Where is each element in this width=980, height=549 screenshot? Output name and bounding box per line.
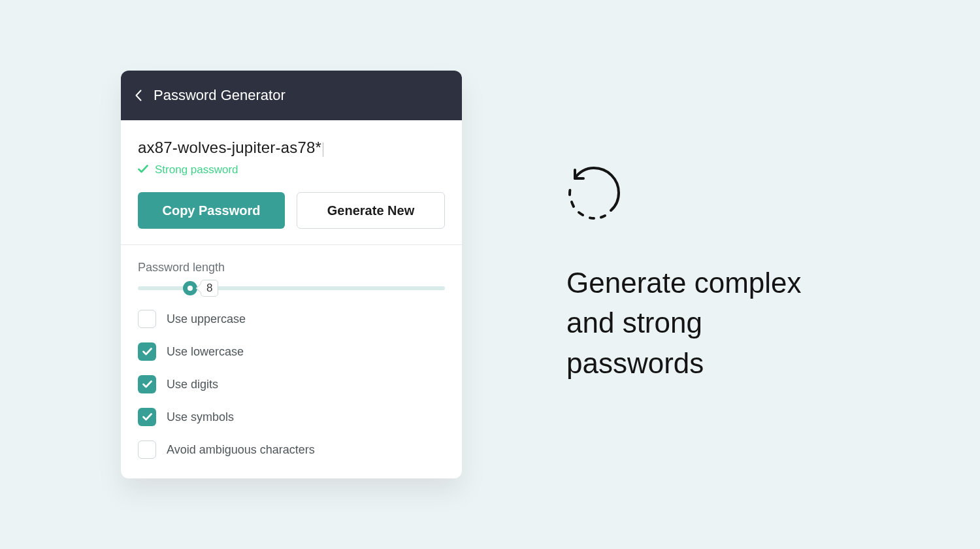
option-label: Use uppercase: [167, 312, 246, 326]
strength-indicator: Strong password: [138, 163, 445, 176]
refresh-icon: [566, 166, 815, 224]
option-label: Avoid ambiguous characters: [167, 443, 315, 457]
slider-thumb[interactable]: [183, 281, 197, 295]
strength-text: Strong password: [155, 163, 238, 176]
check-icon: [138, 164, 148, 176]
option-label: Use lowercase: [167, 345, 244, 359]
button-row: Copy Password Generate New: [138, 192, 445, 229]
options-list: Use uppercaseUse lowercaseUse digitsUse …: [138, 310, 445, 459]
generated-password[interactable]: ax87-wolves-jupiter-as78*: [138, 139, 321, 156]
generate-new-button[interactable]: Generate New: [297, 192, 445, 229]
copy-password-button[interactable]: Copy Password: [138, 192, 285, 229]
chevron-left-icon[interactable]: [135, 90, 142, 101]
password-generator-card: Password Generator ax87-wolves-jupiter-a…: [121, 71, 462, 479]
slider-value: 8: [201, 280, 218, 297]
option-row: Use digits: [138, 375, 445, 393]
password-display-row: ax87-wolves-jupiter-as78*: [138, 139, 445, 158]
checkbox[interactable]: [138, 441, 156, 459]
option-label: Use digits: [167, 378, 218, 391]
option-label: Use symbols: [167, 410, 234, 424]
password-output-section: ax87-wolves-jupiter-as78* Strong passwor…: [121, 120, 462, 246]
option-row: Use lowercase: [138, 342, 445, 361]
option-row: Use symbols: [138, 408, 445, 426]
length-label: Password length: [138, 261, 445, 274]
length-slider[interactable]: 8: [138, 286, 445, 290]
checkbox[interactable]: [138, 342, 156, 361]
card-header: Password Generator: [121, 71, 462, 120]
hero-section: Generate complex and strong passwords: [462, 166, 815, 384]
card-title: Password Generator: [154, 87, 286, 104]
option-row: Use uppercase: [138, 310, 445, 328]
text-cursor: [323, 142, 323, 157]
hero-heading: Generate complex and strong passwords: [566, 263, 815, 384]
password-options-section: Password length 8 Use uppercaseUse lower…: [121, 245, 462, 478]
checkbox[interactable]: [138, 310, 156, 328]
checkbox[interactable]: [138, 375, 156, 393]
checkbox[interactable]: [138, 408, 156, 426]
option-row: Avoid ambiguous characters: [138, 441, 445, 459]
